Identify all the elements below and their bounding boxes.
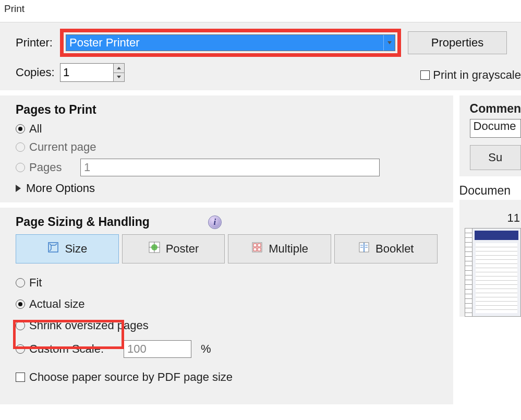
tab-size-label: Size <box>65 242 87 256</box>
size-actual-label: Actual size <box>29 297 84 311</box>
pages-to-print-panel: Pages to Print All Current page Pages Mo… <box>0 95 453 202</box>
radio-all[interactable] <box>16 124 25 134</box>
choose-paper-source-option[interactable]: Choose paper source by PDF page size <box>16 370 438 384</box>
copies-up-button[interactable] <box>114 64 124 73</box>
svg-rect-8 <box>258 244 261 247</box>
pages-all-label: All <box>29 122 42 136</box>
comments-dropdown[interactable]: Docume <box>470 119 521 138</box>
page-sizing-title: Page Sizing & Handling <box>16 215 150 229</box>
printer-label: Printer: <box>0 36 60 50</box>
size-custom-label: Custom Scale: <box>29 342 104 356</box>
radio-shrink[interactable] <box>16 321 25 330</box>
chevron-down-icon[interactable] <box>383 35 395 51</box>
booklet-icon <box>358 241 370 257</box>
pages-current-label: Current page <box>29 140 96 154</box>
choose-paper-source-checkbox[interactable] <box>16 373 25 382</box>
size-actual-option[interactable]: Actual size <box>16 297 438 311</box>
tab-multiple[interactable]: Multiple <box>228 234 331 263</box>
tab-size[interactable]: Size <box>16 234 119 263</box>
triangle-right-icon <box>16 185 21 192</box>
size-icon <box>47 241 59 257</box>
sizing-tabs: Size Poster Multiple <box>16 234 438 263</box>
radio-fit[interactable] <box>16 278 25 287</box>
svg-point-5 <box>151 244 157 250</box>
radio-pages[interactable] <box>16 163 25 172</box>
comments-panel: Commen Docume Su <box>459 95 521 176</box>
grayscale-checkbox[interactable] <box>420 70 430 80</box>
size-fit-label: Fit <box>29 276 42 290</box>
tab-multiple-label: Multiple <box>269 242 308 256</box>
page-sizing-panel: Page Sizing & Handling i Size Pos <box>0 208 453 404</box>
printer-select[interactable]: Poster Printer <box>66 34 395 51</box>
preview-content <box>472 229 520 316</box>
preview-dimension: 11 <box>465 211 521 225</box>
copies-label: Copies: <box>0 66 60 79</box>
tab-poster[interactable]: Poster <box>122 234 225 263</box>
dialog-title: Print <box>0 0 521 22</box>
tab-poster-label: Poster <box>166 242 199 256</box>
svg-rect-9 <box>253 248 257 251</box>
radio-actual[interactable] <box>16 299 25 309</box>
radio-custom[interactable] <box>16 344 25 354</box>
printer-selected-value: Poster Printer <box>69 36 140 50</box>
tab-booklet-label: Booklet <box>375 242 414 256</box>
size-fit-option[interactable]: Fit <box>16 276 438 290</box>
size-custom-option[interactable]: Custom Scale: % <box>16 340 438 358</box>
preview-ruler <box>465 229 472 316</box>
print-dialog-body: Printer: Poster Printer Properties Copie… <box>0 22 521 404</box>
printer-section: Printer: Poster Printer Properties Copie… <box>0 22 521 90</box>
grayscale-label: Print in grayscale <box>433 68 521 82</box>
more-options-toggle[interactable]: More Options <box>16 182 438 195</box>
custom-scale-percent: % <box>201 342 211 356</box>
copies-input[interactable] <box>60 63 113 82</box>
custom-scale-input[interactable] <box>124 340 191 358</box>
radio-current[interactable] <box>16 142 25 152</box>
properties-button[interactable]: Properties <box>408 31 507 54</box>
svg-rect-7 <box>253 244 257 247</box>
summarize-button[interactable]: Su <box>470 145 521 170</box>
multiple-icon <box>251 241 263 257</box>
pages-to-print-title: Pages to Print <box>16 103 438 117</box>
pages-all-option[interactable]: All <box>16 122 438 136</box>
pages-current-option[interactable]: Current page <box>16 140 438 154</box>
document-preview-label: Documen <box>459 176 521 200</box>
info-icon[interactable]: i <box>208 215 222 229</box>
svg-rect-10 <box>258 248 261 251</box>
size-shrink-option[interactable]: Shrink oversized pages <box>16 319 438 332</box>
poster-icon <box>148 241 161 257</box>
pages-range-option[interactable]: Pages <box>16 159 438 176</box>
more-options-label: More Options <box>26 182 95 195</box>
grayscale-option[interactable]: Print in grayscale <box>420 68 521 82</box>
preview-thumbnail <box>465 228 521 317</box>
printer-select-highlight: Poster Printer <box>60 29 401 57</box>
choose-paper-source-label: Choose paper source by PDF page size <box>29 370 233 384</box>
right-column: Commen Docume Su Documen 11 <box>459 95 521 404</box>
copies-down-button[interactable] <box>114 73 124 82</box>
comments-title: Commen <box>470 102 521 116</box>
size-mode-options: Fit Actual size Shrink oversized pages C… <box>16 276 438 384</box>
pages-range-input[interactable] <box>80 159 380 176</box>
pages-range-label: Pages <box>29 161 76 174</box>
tab-booklet[interactable]: Booklet <box>334 234 438 263</box>
copies-spinner[interactable] <box>60 63 125 82</box>
size-shrink-label: Shrink oversized pages <box>29 319 149 332</box>
